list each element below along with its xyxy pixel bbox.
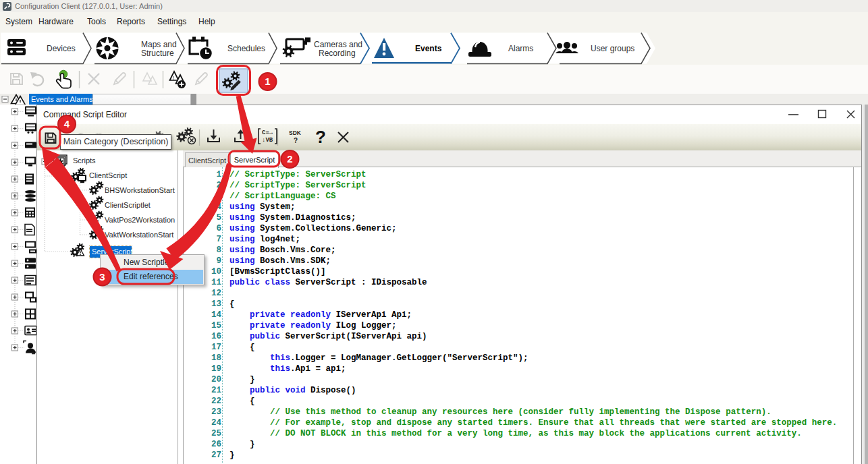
svg-text:Structure: Structure [141,49,174,58]
svg-text:SDK: SDK [289,129,302,136]
svg-text:?: ? [315,127,326,147]
svg-text:Events: Events [415,44,442,53]
svg-text:Cameras and: Cameras and [314,40,362,49]
svg-text:Schedules: Schedules [227,44,265,53]
svg-text:Devices: Devices [47,44,76,53]
svg-text:Maps and: Maps and [141,40,177,49]
svg-text:↓VB: ↓VB [262,137,273,144]
svg-text:!: ! [173,75,174,81]
svg-text:?: ? [294,137,298,144]
svg-text:Recording: Recording [319,49,356,58]
svg-text:User groups: User groups [591,44,634,53]
svg-text:Alarms: Alarms [508,44,533,53]
svg-text:C≡→: C≡→ [262,129,273,136]
